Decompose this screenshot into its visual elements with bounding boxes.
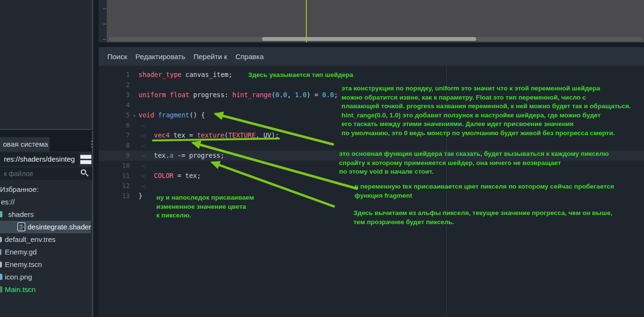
file-label: Enemy.tscn: [5, 260, 42, 268]
file-tree-item-default_env.tres[interactable]: default_env.tres: [0, 233, 92, 246]
ruler-tick: [103, 8, 106, 9]
ruler-tick: [103, 39, 106, 40]
code-line-1[interactable]: 1shader_type canvas_item;: [99, 70, 644, 80]
code-token: 0.0: [276, 91, 287, 99]
file-tree-item-icon.png[interactable]: icon.png: [0, 271, 92, 283]
tab-indicator-icon: >|: [139, 131, 154, 141]
tab-indicator-icon: >|: [139, 121, 146, 131]
fold-arrow-icon[interactable]: ▾: [130, 111, 139, 121]
search-icon: [81, 169, 86, 175]
file-tree-item-enemy.tscn[interactable]: Enemy.tscn: [0, 258, 92, 271]
code-token: shader_type: [139, 71, 181, 78]
menu-item-поиск[interactable]: Поиск: [107, 51, 128, 62]
menu-item-справка[interactable]: Справка: [235, 51, 264, 62]
code-token: a: [170, 152, 174, 159]
code-token: TEXTURE: [228, 131, 255, 139]
split-mode-icon: [80, 155, 91, 159]
shader-editor-menubar: ПоискРедактироватьПерейти кСправка: [99, 47, 644, 66]
menu-item-редактировать[interactable]: Редактировать: [135, 51, 186, 62]
path-field[interactable]: res://shaders/desinteg: [0, 152, 78, 166]
split-mode-icon: [80, 160, 91, 164]
viewport-hscrollbar[interactable]: [109, 37, 642, 41]
code-token: }: [139, 192, 142, 200]
menu-item-перейти-к[interactable]: Перейти к: [193, 51, 227, 62]
line-number: 8: [99, 140, 130, 151]
scene-icon: [0, 262, 2, 267]
code-line-2[interactable]: 2: [99, 80, 644, 90]
tab-indicator-icon: >|: [139, 171, 154, 181]
code-line-3[interactable]: 3uniform float progress: hint_range(0.0,…: [99, 90, 644, 100]
image-icon: [0, 274, 2, 280]
code-token: 0.0: [322, 91, 334, 99]
code-token: void: [139, 111, 154, 119]
code-token: () {: [189, 111, 205, 119]
line-number: 12: [99, 181, 130, 191]
viewport-guide-line: [306, 0, 307, 42]
file-tree-item-избранное[interactable]: Избранное:: [0, 183, 92, 196]
script-icon: [0, 249, 1, 255]
code-line-10[interactable]: 10>|: [99, 161, 644, 171]
code-token: tex =: [170, 131, 197, 139]
code-token: uniform: [139, 91, 166, 99]
file-tree-item-enemy.gd[interactable]: Enemy.gd: [0, 246, 92, 258]
split-mode-button[interactable]: [80, 152, 92, 166]
code-token: COLOR: [154, 172, 174, 179]
code-line-4[interactable]: 4: [99, 100, 644, 110]
tab-filesystem[interactable]: овая система: [0, 137, 50, 152]
tab-indicator-icon: >|: [139, 141, 146, 151]
file-tree-item-es[interactable]: es://: [0, 196, 92, 208]
line-length-guideline: [446, 66, 447, 317]
file-tree-item-shaders[interactable]: shaders: [0, 208, 92, 221]
code-line-11[interactable]: 11>|COLOR = tex;: [99, 171, 644, 181]
shader-code-editor[interactable]: 1shader_type canvas_item;23uniform float…: [99, 66, 644, 317]
file-tree: Избранное:es://shadersdesintegrate.shade…: [0, 183, 92, 317]
code-token: = tex;: [174, 172, 201, 179]
code-line-6[interactable]: 6>|: [99, 120, 644, 130]
search-files-input[interactable]: к файлов: [0, 167, 92, 180]
code-token: 1.0: [295, 91, 306, 99]
ruler-tick: [103, 24, 106, 25]
file-label: shaders: [8, 210, 34, 218]
line-number: 3: [99, 90, 130, 100]
code-token: fragment: [158, 111, 189, 119]
line-number: 2: [99, 80, 130, 90]
line-number: 5: [99, 110, 130, 120]
file-label: Main.tscn: [5, 285, 36, 293]
scene-current-icon: [0, 286, 2, 292]
file-label: default_env.tres: [5, 235, 56, 243]
code-line-7[interactable]: 7>|vec4 tex = texture(TEXTURE, UV);: [99, 130, 644, 140]
code-line-9[interactable]: 9>|tex.a -= progress;: [99, 151, 644, 161]
folder-icon: [0, 211, 2, 217]
env-icon: [0, 237, 2, 242]
code-token: canvas_item;: [186, 71, 233, 78]
line-number: 11: [99, 171, 130, 181]
code-token: -= progress;: [174, 152, 225, 159]
line-number: 9: [99, 151, 130, 161]
code-token: ) =: [307, 91, 323, 99]
line-number: 13: [99, 191, 130, 201]
code-token: , UV);: [255, 131, 279, 139]
line-number: 7: [99, 130, 130, 140]
code-token: vec4: [154, 131, 170, 139]
code-line-13[interactable]: 13}: [99, 191, 644, 201]
code-line-5[interactable]: 5▾void fragment() {: [99, 110, 644, 120]
shader-editor-panel: ПоискРедактироватьПерейти кСправка 1shad…: [99, 47, 644, 317]
code-token: [166, 91, 170, 99]
code-line-12[interactable]: 12>|: [99, 181, 644, 191]
viewport-2d: [99, 0, 644, 46]
code-token: texture: [197, 131, 224, 139]
viewport-canvas[interactable]: [107, 0, 644, 42]
code-token: tex.: [154, 152, 170, 159]
filesystem-panel: res://shaders/desinteg к файлов Избранно…: [0, 152, 92, 317]
line-number: 6: [99, 120, 130, 130]
dock-menu-icon[interactable]: ⋮: [88, 139, 96, 150]
file-label: desintegrate.shader: [27, 223, 91, 231]
code-token: (: [271, 91, 275, 99]
file-tree-item-main.tscn[interactable]: Main.tscn: [0, 283, 92, 296]
viewport-hscrollbar-thumb[interactable]: [262, 37, 476, 41]
scene-dock-empty: [0, 0, 93, 130]
viewport-ruler: [99, 0, 107, 42]
code-line-8[interactable]: 8>|: [99, 140, 644, 151]
code-token: progress:: [189, 91, 232, 99]
file-tree-item-desintegrate.shader[interactable]: desintegrate.shader: [0, 221, 91, 233]
